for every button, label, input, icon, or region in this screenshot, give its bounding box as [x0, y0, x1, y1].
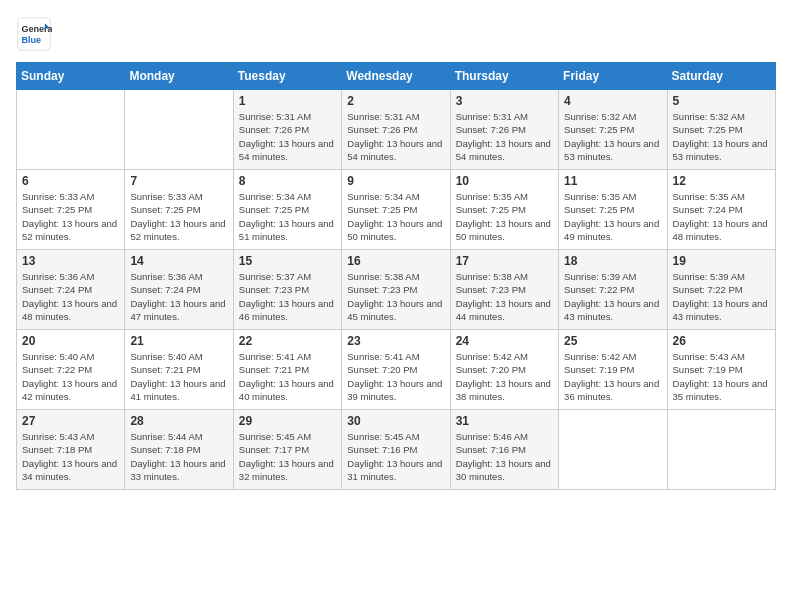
day-info: Sunrise: 5:42 AMSunset: 7:20 PMDaylight:…	[456, 350, 553, 403]
weekday-header-monday: Monday	[125, 63, 233, 90]
day-number: 15	[239, 254, 336, 268]
day-info: Sunrise: 5:33 AMSunset: 7:25 PMDaylight:…	[22, 190, 119, 243]
day-number: 22	[239, 334, 336, 348]
day-info: Sunrise: 5:39 AMSunset: 7:22 PMDaylight:…	[673, 270, 770, 323]
day-number: 2	[347, 94, 444, 108]
calendar-cell: 4Sunrise: 5:32 AMSunset: 7:25 PMDaylight…	[559, 90, 667, 170]
calendar-week-row: 6Sunrise: 5:33 AMSunset: 7:25 PMDaylight…	[17, 170, 776, 250]
calendar-cell: 10Sunrise: 5:35 AMSunset: 7:25 PMDayligh…	[450, 170, 558, 250]
day-number: 29	[239, 414, 336, 428]
calendar-cell: 28Sunrise: 5:44 AMSunset: 7:18 PMDayligh…	[125, 410, 233, 490]
day-info: Sunrise: 5:38 AMSunset: 7:23 PMDaylight:…	[456, 270, 553, 323]
page-header: General Blue	[16, 16, 776, 52]
day-info: Sunrise: 5:43 AMSunset: 7:18 PMDaylight:…	[22, 430, 119, 483]
calendar-cell: 16Sunrise: 5:38 AMSunset: 7:23 PMDayligh…	[342, 250, 450, 330]
day-info: Sunrise: 5:41 AMSunset: 7:20 PMDaylight:…	[347, 350, 444, 403]
calendar-cell: 5Sunrise: 5:32 AMSunset: 7:25 PMDaylight…	[667, 90, 775, 170]
day-number: 31	[456, 414, 553, 428]
calendar-week-row: 20Sunrise: 5:40 AMSunset: 7:22 PMDayligh…	[17, 330, 776, 410]
calendar-cell: 8Sunrise: 5:34 AMSunset: 7:25 PMDaylight…	[233, 170, 341, 250]
calendar-cell: 25Sunrise: 5:42 AMSunset: 7:19 PMDayligh…	[559, 330, 667, 410]
weekday-header-thursday: Thursday	[450, 63, 558, 90]
day-number: 3	[456, 94, 553, 108]
day-number: 11	[564, 174, 661, 188]
day-info: Sunrise: 5:40 AMSunset: 7:22 PMDaylight:…	[22, 350, 119, 403]
calendar-cell: 26Sunrise: 5:43 AMSunset: 7:19 PMDayligh…	[667, 330, 775, 410]
day-info: Sunrise: 5:35 AMSunset: 7:25 PMDaylight:…	[456, 190, 553, 243]
svg-text:General: General	[21, 24, 52, 34]
day-info: Sunrise: 5:32 AMSunset: 7:25 PMDaylight:…	[564, 110, 661, 163]
day-number: 25	[564, 334, 661, 348]
calendar-week-row: 27Sunrise: 5:43 AMSunset: 7:18 PMDayligh…	[17, 410, 776, 490]
day-info: Sunrise: 5:38 AMSunset: 7:23 PMDaylight:…	[347, 270, 444, 323]
day-number: 20	[22, 334, 119, 348]
weekday-header-wednesday: Wednesday	[342, 63, 450, 90]
calendar-cell	[17, 90, 125, 170]
svg-text:Blue: Blue	[21, 35, 41, 45]
calendar-cell: 13Sunrise: 5:36 AMSunset: 7:24 PMDayligh…	[17, 250, 125, 330]
calendar-week-row: 1Sunrise: 5:31 AMSunset: 7:26 PMDaylight…	[17, 90, 776, 170]
calendar-cell: 23Sunrise: 5:41 AMSunset: 7:20 PMDayligh…	[342, 330, 450, 410]
day-number: 13	[22, 254, 119, 268]
day-info: Sunrise: 5:31 AMSunset: 7:26 PMDaylight:…	[239, 110, 336, 163]
calendar-cell: 20Sunrise: 5:40 AMSunset: 7:22 PMDayligh…	[17, 330, 125, 410]
day-info: Sunrise: 5:34 AMSunset: 7:25 PMDaylight:…	[239, 190, 336, 243]
calendar-cell: 17Sunrise: 5:38 AMSunset: 7:23 PMDayligh…	[450, 250, 558, 330]
day-number: 6	[22, 174, 119, 188]
day-info: Sunrise: 5:36 AMSunset: 7:24 PMDaylight:…	[130, 270, 227, 323]
calendar-cell: 24Sunrise: 5:42 AMSunset: 7:20 PMDayligh…	[450, 330, 558, 410]
day-info: Sunrise: 5:46 AMSunset: 7:16 PMDaylight:…	[456, 430, 553, 483]
calendar-cell	[559, 410, 667, 490]
calendar-cell: 7Sunrise: 5:33 AMSunset: 7:25 PMDaylight…	[125, 170, 233, 250]
day-number: 16	[347, 254, 444, 268]
calendar-cell: 6Sunrise: 5:33 AMSunset: 7:25 PMDaylight…	[17, 170, 125, 250]
calendar-cell: 31Sunrise: 5:46 AMSunset: 7:16 PMDayligh…	[450, 410, 558, 490]
day-info: Sunrise: 5:45 AMSunset: 7:16 PMDaylight:…	[347, 430, 444, 483]
day-info: Sunrise: 5:39 AMSunset: 7:22 PMDaylight:…	[564, 270, 661, 323]
day-info: Sunrise: 5:36 AMSunset: 7:24 PMDaylight:…	[22, 270, 119, 323]
day-number: 8	[239, 174, 336, 188]
day-info: Sunrise: 5:41 AMSunset: 7:21 PMDaylight:…	[239, 350, 336, 403]
day-info: Sunrise: 5:31 AMSunset: 7:26 PMDaylight:…	[456, 110, 553, 163]
calendar-cell: 9Sunrise: 5:34 AMSunset: 7:25 PMDaylight…	[342, 170, 450, 250]
day-number: 7	[130, 174, 227, 188]
day-number: 17	[456, 254, 553, 268]
calendar-cell: 3Sunrise: 5:31 AMSunset: 7:26 PMDaylight…	[450, 90, 558, 170]
calendar-cell: 22Sunrise: 5:41 AMSunset: 7:21 PMDayligh…	[233, 330, 341, 410]
calendar-cell	[667, 410, 775, 490]
day-number: 5	[673, 94, 770, 108]
day-number: 4	[564, 94, 661, 108]
calendar-table: SundayMondayTuesdayWednesdayThursdayFrid…	[16, 62, 776, 490]
calendar-cell: 2Sunrise: 5:31 AMSunset: 7:26 PMDaylight…	[342, 90, 450, 170]
day-info: Sunrise: 5:35 AMSunset: 7:25 PMDaylight:…	[564, 190, 661, 243]
day-info: Sunrise: 5:37 AMSunset: 7:23 PMDaylight:…	[239, 270, 336, 323]
day-number: 9	[347, 174, 444, 188]
day-info: Sunrise: 5:45 AMSunset: 7:17 PMDaylight:…	[239, 430, 336, 483]
day-number: 30	[347, 414, 444, 428]
day-number: 27	[22, 414, 119, 428]
weekday-header-tuesday: Tuesday	[233, 63, 341, 90]
day-number: 14	[130, 254, 227, 268]
calendar-cell: 29Sunrise: 5:45 AMSunset: 7:17 PMDayligh…	[233, 410, 341, 490]
calendar-cell: 1Sunrise: 5:31 AMSunset: 7:26 PMDaylight…	[233, 90, 341, 170]
day-info: Sunrise: 5:43 AMSunset: 7:19 PMDaylight:…	[673, 350, 770, 403]
day-number: 10	[456, 174, 553, 188]
day-info: Sunrise: 5:35 AMSunset: 7:24 PMDaylight:…	[673, 190, 770, 243]
weekday-header-saturday: Saturday	[667, 63, 775, 90]
calendar-week-row: 13Sunrise: 5:36 AMSunset: 7:24 PMDayligh…	[17, 250, 776, 330]
day-info: Sunrise: 5:34 AMSunset: 7:25 PMDaylight:…	[347, 190, 444, 243]
weekday-header-row: SundayMondayTuesdayWednesdayThursdayFrid…	[17, 63, 776, 90]
day-number: 18	[564, 254, 661, 268]
day-info: Sunrise: 5:33 AMSunset: 7:25 PMDaylight:…	[130, 190, 227, 243]
calendar-cell: 15Sunrise: 5:37 AMSunset: 7:23 PMDayligh…	[233, 250, 341, 330]
day-info: Sunrise: 5:44 AMSunset: 7:18 PMDaylight:…	[130, 430, 227, 483]
day-number: 1	[239, 94, 336, 108]
day-number: 24	[456, 334, 553, 348]
weekday-header-friday: Friday	[559, 63, 667, 90]
day-number: 12	[673, 174, 770, 188]
day-number: 26	[673, 334, 770, 348]
calendar-cell: 21Sunrise: 5:40 AMSunset: 7:21 PMDayligh…	[125, 330, 233, 410]
calendar-cell: 11Sunrise: 5:35 AMSunset: 7:25 PMDayligh…	[559, 170, 667, 250]
day-number: 21	[130, 334, 227, 348]
calendar-cell: 18Sunrise: 5:39 AMSunset: 7:22 PMDayligh…	[559, 250, 667, 330]
